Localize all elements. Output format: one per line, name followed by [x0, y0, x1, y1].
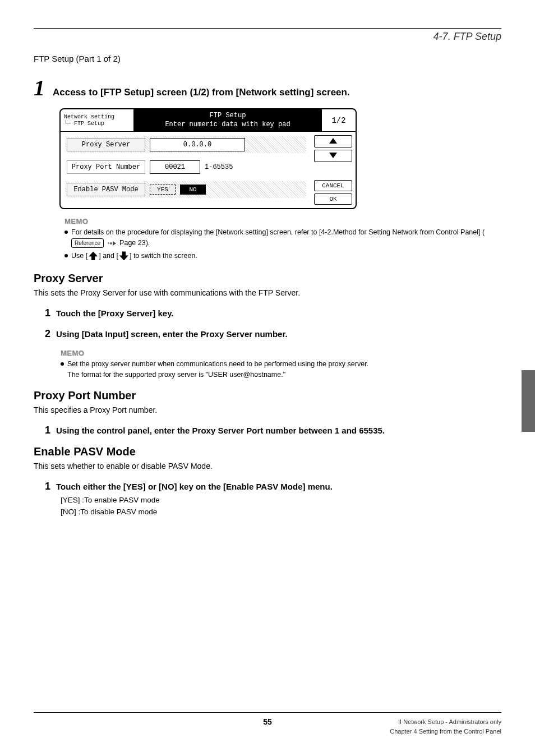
- reference-badge: Reference: [71, 238, 104, 248]
- step-1-number: 1: [34, 77, 45, 99]
- proxy-port-range: 1-65535: [205, 163, 233, 171]
- proxy-server-heading: Proxy Server: [34, 272, 501, 285]
- memo-text: Set the proxy server number when communi…: [67, 359, 368, 380]
- proxy-port-value[interactable]: 00021: [150, 160, 200, 174]
- section-header: 4-7. FTP Setup: [34, 31, 501, 43]
- pasv-heading: Enable PASV Mode: [34, 445, 501, 458]
- substep-text: Using the control panel, enter the Proxy…: [56, 426, 385, 435]
- breadcrumb-1: Network setting: [64, 114, 130, 121]
- embedded-screenshot: Network setting └─ FTP Setup FTP Setup E…: [59, 108, 501, 209]
- pasv-no-button[interactable]: NO: [180, 185, 206, 195]
- proxy-server-desc: This sets the Proxy Server for use with …: [34, 288, 501, 297]
- memo-label: MEMO: [61, 349, 501, 357]
- memo-text-1: For details on the procedure for display…: [71, 227, 501, 248]
- footer-line-2: Chapter 4 Setting from the Control Panel: [390, 727, 501, 736]
- page-footer: 55 II Network Setup - Administrators onl…: [34, 712, 501, 736]
- bullet-icon: [64, 231, 68, 234]
- ps-memo-l1: Set the proxy server number when communi…: [67, 360, 368, 368]
- pasv-desc: This sets whether to enable or disable P…: [34, 462, 501, 471]
- pasv-label: Enable PASV Mode: [67, 183, 145, 196]
- proxy-port-heading: Proxy Port Number: [34, 389, 501, 402]
- substep-num: 1: [45, 481, 50, 492]
- footer-line-1: II Network Setup - Administrators only: [390, 717, 501, 727]
- memo2-a: Use [: [71, 252, 87, 260]
- side-tab-marker: [522, 370, 535, 432]
- substep-text: Touch the [Proxy Server] key.: [56, 308, 174, 318]
- pasv-option-yes: [YES] :To enable PASV mode: [61, 496, 501, 504]
- screen-title: FTP Setup Enter numeric data with key pa…: [133, 109, 322, 131]
- part-label: FTP Setup (Part 1 of 2): [34, 54, 501, 63]
- memo-label: MEMO: [64, 217, 501, 225]
- reference-arrow-icon: [108, 241, 116, 246]
- bullet-icon: [64, 254, 68, 257]
- proxy-server-memo: MEMO Set the proxy server number when co…: [61, 349, 501, 380]
- memo1-part-a: For details on the procedure for display…: [71, 228, 485, 236]
- substep-num: 1: [45, 425, 50, 436]
- substep-num: 1: [45, 307, 50, 319]
- memo-text-2: Use [] and [] to switch the screen.: [71, 251, 197, 261]
- page-number: 55: [263, 717, 272, 726]
- arrow-down-icon: [329, 153, 337, 160]
- step-1-heading: Access to [FTP Setup] screen (1/2) from …: [53, 87, 350, 98]
- substep-num: 2: [45, 328, 50, 340]
- step-1-row: 1 Access to [FTP Setup] screen (1/2) fro…: [34, 77, 501, 99]
- proxy-port-label: Proxy Port Number: [67, 160, 145, 174]
- screen-title-2: Enter numeric data with key pad: [137, 121, 319, 130]
- arrow-up-icon: [329, 138, 337, 145]
- screen-page-indicator: 1/2: [322, 116, 356, 125]
- header-rule: [34, 28, 501, 29]
- scroll-up-button[interactable]: [314, 135, 352, 147]
- ps-memo-l2: The format for the supported proxy serve…: [67, 371, 285, 379]
- breadcrumb: Network setting └─ FTP Setup: [61, 112, 133, 130]
- proxy-server-value[interactable]: 0.0.0.0: [150, 138, 245, 151]
- memo-block-1: MEMO For details on the procedure for di…: [64, 217, 501, 261]
- cancel-button[interactable]: CANCEL: [314, 180, 352, 191]
- proxy-server-key[interactable]: Proxy Server: [67, 138, 145, 151]
- breadcrumb-2: └─ FTP Setup: [64, 121, 130, 127]
- memo2-b: ] and [: [99, 252, 118, 260]
- scroll-down-button[interactable]: [314, 150, 352, 162]
- substep-text: Touch either the [YES] or [NO] key on th…: [56, 482, 333, 491]
- memo2-c: ] to switch the screen.: [130, 252, 197, 260]
- proxy-port-desc: This specifies a Proxy Port number.: [34, 405, 501, 414]
- ok-button[interactable]: OK: [314, 193, 352, 205]
- bullet-icon: [61, 362, 64, 366]
- pasv-option-no: [NO] :To disable PASV mode: [61, 508, 501, 516]
- memo1-part-b: Page 23).: [119, 239, 150, 247]
- pasv-yes-button[interactable]: YES: [150, 185, 176, 195]
- arrow-down-icon: [119, 251, 128, 260]
- screen-title-1: FTP Setup: [137, 112, 319, 121]
- arrow-up-icon: [89, 251, 98, 260]
- substep-text: Using [Data Input] screen, enter the Pro…: [56, 329, 288, 339]
